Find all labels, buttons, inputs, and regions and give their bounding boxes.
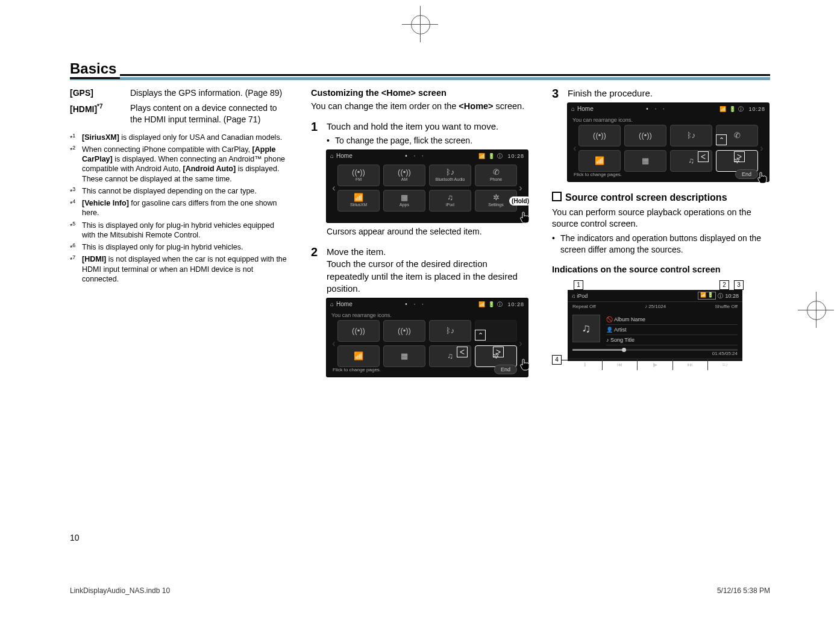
step-number: 2 — [311, 246, 327, 295]
apps-icon: ▦ — [401, 193, 408, 201]
tile-label: Apps — [400, 202, 409, 207]
clock: 10:28 — [507, 153, 524, 159]
phone-icon: ✆ — [734, 131, 741, 139]
radio-icon: ((•)) — [639, 131, 652, 139]
fn-text: This is displayed only for plug-in hybri… — [82, 242, 287, 252]
fn-bold: [Vehicle Info] — [82, 199, 129, 207]
chevron-left-icon: ‹ — [571, 142, 578, 155]
indications-head: Indications on the source control screen — [552, 264, 769, 276]
column-3: 3 Finish the procedure. ⌂ Home • · · 📶 🔋… — [552, 87, 769, 380]
tile-siriusxm: 📶SiriusXM — [337, 190, 380, 212]
step-2: 2 Move the item. Touch the cursor of the… — [311, 246, 528, 295]
tile-label: FM — [356, 177, 362, 182]
music-icon: ♫ — [688, 157, 694, 165]
bullet-dot-icon: • — [552, 233, 560, 256]
rearrange-hint: You can rearrange icons. — [327, 310, 528, 320]
info-button-icon: ℹ — [568, 359, 602, 370]
customizing-subhead: Customizing the <Home> screen — [311, 87, 528, 99]
tile-label: Phone — [490, 177, 502, 182]
arrow-left-icon: ᐸ — [698, 151, 709, 162]
clock: 10:28 — [725, 292, 739, 300]
touch-hand-icon — [518, 210, 533, 225]
section-title: Basics — [70, 60, 120, 79]
home-icon: ⌂ — [330, 152, 334, 160]
chevron-right-icon: › — [758, 142, 765, 155]
screenshot-finish: ⌂ Home • · · 📶 🔋 ⓘ 10:28 You can rearran… — [568, 103, 769, 181]
source-desc-bullet: The indicators and operation buttons dis… — [560, 233, 769, 256]
next-button-icon: ⏭ — [672, 359, 707, 370]
fn-mark: *5 — [70, 221, 82, 240]
tile-label: AM — [401, 177, 408, 182]
music-icon: ♫ — [447, 193, 453, 201]
shot-title: Home — [336, 300, 353, 309]
radio-icon: ((•)) — [352, 327, 365, 335]
artist-name: Artist — [614, 327, 627, 333]
crop-mark-top — [408, 12, 432, 36]
definition-row: [GPS] Displays the GPS information. (Pag… — [70, 87, 287, 99]
tile-apps: ▦ — [383, 345, 425, 367]
fn-part: When connecting iPhone compatible with C… — [82, 145, 252, 154]
arrow-right-icon: ᐳ — [493, 347, 504, 357]
radio-icon: ((•)) — [398, 168, 411, 176]
siriusxm-icon: 📶 — [354, 193, 363, 201]
gear-icon: ✲ — [493, 193, 500, 201]
progress-bar — [572, 349, 738, 351]
fn-text: [Vehicle Info] for gasoline cars differs… — [82, 198, 287, 218]
signal-icon: 📶 🔋 — [698, 292, 716, 300]
callout-1: 1 — [574, 280, 583, 290]
bluetooth-icon: ᛒ♪ — [446, 168, 455, 176]
bullet-dot-icon: • — [327, 135, 335, 146]
column-2: Customizing the <Home> screen You can ch… — [311, 87, 528, 380]
def-term: [GPS] — [70, 87, 130, 99]
tile-fm: ((•))FM — [337, 165, 380, 186]
source-control-figure: 1 2 3 4 ♫ iPod 📶 🔋 ⓘ 10:28 — [552, 280, 757, 371]
tile-bluetooth: ᛒ♪ — [670, 125, 712, 146]
home-icon: ⌂ — [330, 300, 334, 309]
customizing-intro: You can change the item order on the <Ho… — [311, 101, 528, 113]
tile-ipod: ♫iPod — [429, 190, 471, 212]
fn-text: This is displayed only for plug-in hybri… — [82, 221, 287, 240]
prev-button-icon: ⏮ — [602, 359, 637, 370]
chevron-right-icon: › — [517, 337, 524, 350]
end-button: End — [735, 169, 758, 179]
status-bar: 📶 🔋 ⓘ 10:28 — [719, 105, 765, 113]
intro-pre: You can change the item order on the — [311, 101, 459, 111]
bluetooth-icon: ᛒ♪ — [687, 131, 696, 139]
fn-text: [HDMI] is not displayed when the car is … — [82, 254, 287, 284]
radio-icon: ((•)) — [398, 327, 411, 335]
fn-mark: *6 — [70, 242, 82, 252]
crop-mark-right — [804, 298, 828, 322]
music-icon: ♫ — [571, 292, 575, 300]
footer-right: 5/12/16 5:38 PM — [717, 586, 770, 595]
tile-fm: ((•)) — [578, 125, 621, 146]
bluetooth-icon: ᛒ♪ — [446, 327, 455, 335]
callout-4: 4 — [552, 355, 562, 365]
tile-fm: ((•)) — [337, 320, 380, 342]
term-text: [HDMI] — [70, 104, 97, 114]
tile-phone: ✆Phone — [475, 165, 517, 186]
def-desc: Plays content on a device connected to t… — [130, 102, 287, 125]
clock: 10:28 — [507, 301, 524, 307]
step-text: Touch and hold the item you want to move… — [327, 121, 528, 133]
tile-am: ((•))AM — [383, 165, 425, 186]
source-screenshot: ♫ iPod 📶 🔋 ⓘ 10:28 Repeat Off ♪ 25/1024 … — [568, 290, 742, 361]
arrow-up-icon: ⌃ — [475, 330, 486, 341]
arrow-left-icon: ᐸ — [457, 347, 468, 357]
page-dots-icon: • · · — [594, 105, 720, 113]
step-sub: To change the page, flick the screen. — [335, 135, 472, 146]
tile-siriusxm: 📶 — [578, 150, 621, 172]
chevron-left-icon: ‹ — [330, 337, 337, 350]
status-bar: 📶 🔋 ⓘ 10:28 — [478, 152, 524, 160]
fn-text: This cannot be displayed depending on th… — [82, 186, 287, 196]
definition-row: [HDMI]*7 Plays content on a device conne… — [70, 102, 287, 125]
column-1: [GPS] Displays the GPS information. (Pag… — [70, 87, 287, 380]
tile-bluetooth: ᛒ♪Bluetooth Audio — [429, 165, 471, 186]
step-text: Finish the procedure. — [568, 87, 769, 99]
shot-title: Home — [336, 152, 353, 160]
home-icon: ⌂ — [571, 105, 575, 113]
page-content: Basics [GPS] Displays the GPS informatio… — [70, 60, 770, 518]
fn-text: When connecting iPhone compatible with C… — [82, 145, 287, 184]
term-sup: *7 — [97, 103, 102, 110]
screenshot-home-hold: ⌂ Home • · · 📶 🔋 ⓘ 10:28 ‹ ((•))FM ((•))… — [327, 150, 528, 222]
page-dots-icon: • · · — [353, 300, 479, 309]
